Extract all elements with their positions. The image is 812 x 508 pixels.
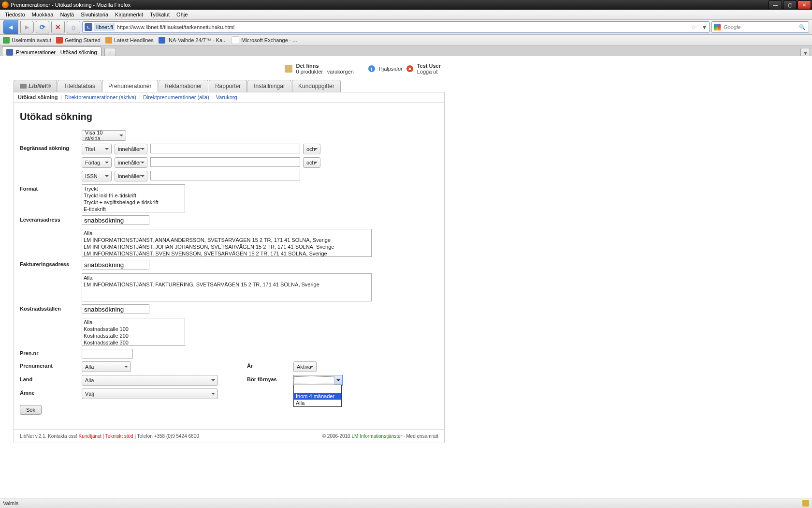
tab-rapporter[interactable]: Rapporter <box>209 80 247 92</box>
year-select[interactable]: Aktiva <box>293 361 317 372</box>
billing-label: Faktureringsadress <box>20 260 82 267</box>
menu-bookmarks[interactable]: Kirjanmerkit <box>112 11 146 18</box>
back-button[interactable]: ◄ <box>3 20 18 34</box>
menu-help[interactable]: Ohje <box>174 11 190 18</box>
search-input-1[interactable] <box>150 144 300 153</box>
menu-history[interactable]: Sivuhistoria <box>78 11 111 18</box>
logout-link[interactable]: Logga ut <box>417 69 438 75</box>
format-listbox[interactable]: Tryckt Tryckt inkl fri e-tidskrift Tryck… <box>82 184 185 212</box>
url-bar[interactable]: L libnet.fi https://www.libnet.fi/tilauk… <box>82 21 710 33</box>
google-icon <box>714 24 721 30</box>
bool-select-1[interactable]: och <box>303 144 320 154</box>
tab-installningar[interactable]: Inställningar <box>247 80 291 92</box>
sub-tabs: Utökad sökning| Direktprenumerationer (a… <box>14 92 444 103</box>
cart-text[interactable]: Det finns 0 produkter i varukorgen <box>296 63 354 75</box>
renew-select[interactable]: Inom 4 månader Alla <box>293 375 343 386</box>
renew-option-all[interactable]: Alla <box>294 400 341 406</box>
url-site: libnet.fi <box>94 23 115 31</box>
cost-centers-label: Kostnadsställen <box>20 304 82 312</box>
cost-centers-listbox[interactable]: Alla Kostnadsställe 100 Kostnadsställe 2… <box>82 318 185 346</box>
subtab-varukorg[interactable]: Varukorg <box>216 94 237 100</box>
tab-label: Prenumerationer - Utökad sökning <box>16 49 97 55</box>
year-label: År <box>247 361 293 369</box>
status-text: Valmis <box>3 500 18 506</box>
bookmarks-bar: Useimmin avatut Getting Started Latest H… <box>0 35 812 46</box>
subscriber-label: Prenumerant <box>20 361 82 369</box>
field-select-3[interactable]: ISSN <box>82 171 112 181</box>
menu-tools[interactable]: Työkalut <box>147 11 173 18</box>
op-select-3[interactable]: innehåller <box>115 171 147 181</box>
bookmark-star-icon[interactable]: ☆ <box>688 23 700 31</box>
user-box: Test User Logga ut <box>417 63 441 75</box>
bookmark-exchange[interactable]: Microsoft Exchange - ... <box>232 36 297 44</box>
home-button[interactable]: ⌂ <box>67 21 80 33</box>
tab-prenumerationer[interactable]: Prenumerationer <box>102 80 158 92</box>
main-panel: Utökad sökning| Direktprenumerationer (a… <box>14 92 445 443</box>
logo-tab[interactable]: LibNet® <box>14 80 57 92</box>
footer-kundtjanst-link[interactable]: Kundtjänst <box>79 433 102 439</box>
cart-icon <box>285 65 292 73</box>
format-label: Format <box>20 184 82 192</box>
subtab-direkt-alla[interactable]: Direktprenumerationer (alla) <box>143 94 209 100</box>
per-page-select[interactable]: Visa 10 st/sida <box>82 130 126 141</box>
bool-select-2[interactable]: och <box>303 157 320 168</box>
browser-search-input[interactable] <box>723 23 796 31</box>
tab-titeldatabas[interactable]: Titeldatabas <box>58 80 102 92</box>
country-select[interactable]: Alla <box>82 375 218 386</box>
info-icon: i <box>368 65 375 72</box>
subtab-direkt-aktiva[interactable]: Direktprenumerationer (aktiva) <box>64 94 136 100</box>
url-dropdown-icon[interactable]: ▾ <box>700 23 709 31</box>
pren-nr-input[interactable] <box>82 349 133 359</box>
renew-option-blank[interactable] <box>294 385 341 393</box>
footer-tekniskt-stod-link[interactable]: Tekniskt stöd <box>105 433 133 439</box>
op-select-2[interactable]: innehåller <box>115 157 147 168</box>
search-input-3[interactable] <box>150 171 300 180</box>
subtab-utokad-sokning[interactable]: Utökad sökning <box>18 94 58 100</box>
menu-view[interactable]: Näytä <box>57 11 77 18</box>
subscriber-select[interactable]: Alla <box>82 361 131 372</box>
lock-icon <box>802 500 809 507</box>
app-header: Det finns 0 produkter i varukorgen i Hjä… <box>14 61 445 78</box>
billing-quicksearch[interactable] <box>82 260 149 269</box>
tab-favicon <box>6 49 13 56</box>
nav-toolbar: ◄ ► ⟳ ✕ ⌂ L libnet.fi https://www.libnet… <box>0 20 812 35</box>
cost-centers-quicksearch[interactable] <box>82 304 149 314</box>
footer-company-link[interactable]: LM Informationstjänster <box>351 433 402 439</box>
pren-nr-label: Pren.nr <box>20 349 82 356</box>
menu-bar: Tiedosto Muokkaa Näytä Sivuhistoria Kirj… <box>0 10 812 20</box>
window-minimize-button[interactable]: — <box>768 0 782 9</box>
country-label: Land <box>20 375 82 382</box>
help-link[interactable]: Hjälpsidor <box>379 66 403 72</box>
forward-button[interactable]: ► <box>20 21 34 33</box>
billing-listbox[interactable]: Alla LM INFORMATIONSTJÄNST, FAKTURERING,… <box>82 273 372 301</box>
window-maximize-button[interactable]: ▢ <box>783 0 797 9</box>
field-select-1[interactable]: Titel <box>82 144 112 154</box>
op-select-1[interactable]: innehåller <box>115 144 147 154</box>
renew-dropdown-list[interactable]: Inom 4 månader Alla <box>293 385 342 407</box>
bookmark-latest-headlines[interactable]: Latest Headlines <box>105 37 154 44</box>
search-icon[interactable]: 🔍 <box>796 24 809 30</box>
tab-reklamationer[interactable]: Reklamationer <box>159 80 208 92</box>
renew-label: Bör förnyas <box>247 375 293 382</box>
window-title: Prenumerationer - Utökad sökning - Mozil… <box>11 2 130 8</box>
delivery-quicksearch[interactable] <box>82 215 149 225</box>
url-path: https://www.libnet.fi/tilaukset/tarkenne… <box>115 23 688 31</box>
menu-edit[interactable]: Muokkaa <box>29 11 57 18</box>
browser-search-box[interactable]: 🔍 <box>711 21 809 33</box>
delivery-listbox[interactable]: Alla LM INFORMATIONSTJÄNST, ANNA ANDERSS… <box>82 229 372 257</box>
window-titlebar: Prenumerationer - Utökad sökning - Mozil… <box>0 0 812 10</box>
tab-kunduppgifter[interactable]: Kunduppgifter <box>292 80 341 92</box>
field-select-2[interactable]: Förlag <box>82 157 112 168</box>
window-close-button[interactable]: ✕ <box>798 0 811 9</box>
bookmark-most-visited[interactable]: Useimmin avatut <box>3 37 51 44</box>
menu-file[interactable]: Tiedosto <box>2 11 28 18</box>
subject-label: Ämne <box>20 388 82 396</box>
search-input-2[interactable] <box>150 157 300 167</box>
reload-button[interactable]: ⟳ <box>36 21 49 33</box>
bookmark-ina-vaihde[interactable]: INA-Vaihde 24/7™ - Ka... <box>159 37 227 44</box>
subject-select[interactable]: Välj <box>82 388 218 399</box>
stop-button[interactable]: ✕ <box>51 21 65 33</box>
renew-option-4-months[interactable]: Inom 4 månader <box>294 393 341 400</box>
search-button[interactable]: Sök <box>20 405 42 415</box>
bookmark-getting-started[interactable]: Getting Started <box>56 37 101 44</box>
